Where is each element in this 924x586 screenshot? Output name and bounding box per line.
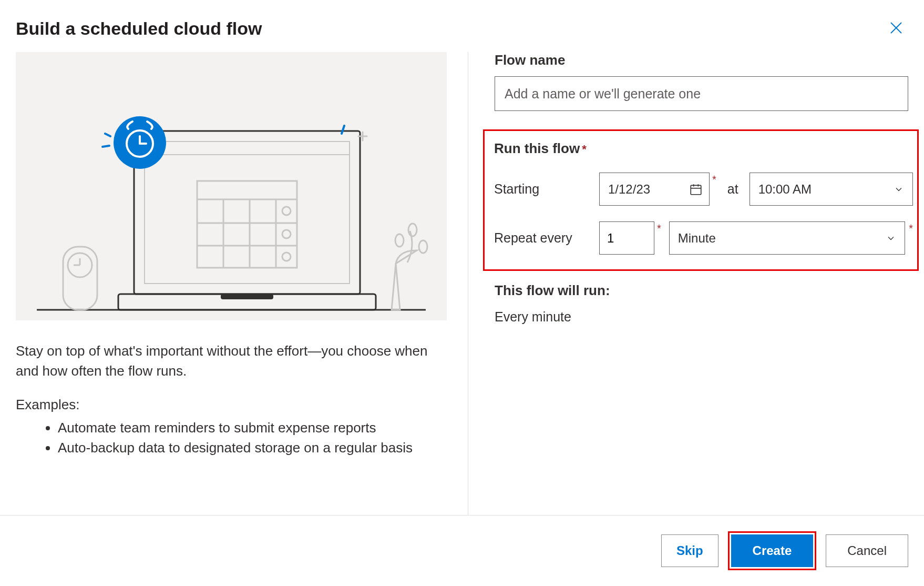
flow-name-label: Flow name xyxy=(495,52,908,68)
svg-point-15 xyxy=(282,207,291,215)
vertical-divider xyxy=(468,52,468,515)
dialog-footer: Skip Create Cancel xyxy=(0,515,924,586)
dialog-header: Build a scheduled cloud flow xyxy=(0,0,924,52)
run-this-flow-section: Run this flow* Starting 1/12/23 * xyxy=(483,129,919,271)
svg-rect-24 xyxy=(63,247,97,310)
svg-point-28 xyxy=(408,224,417,236)
svg-point-16 xyxy=(282,230,291,238)
svg-rect-34 xyxy=(691,185,701,194)
scheduled-flow-dialog: Build a scheduled cloud flow xyxy=(0,0,924,586)
chevron-down-icon xyxy=(894,184,904,195)
examples-label: Examples: xyxy=(16,397,447,413)
starting-label: Starting xyxy=(494,181,591,197)
create-highlight: Create xyxy=(728,531,817,570)
dialog-title: Build a scheduled cloud flow xyxy=(16,18,262,39)
svg-point-17 xyxy=(282,252,291,261)
illustration xyxy=(16,52,447,320)
svg-rect-6 xyxy=(145,142,350,284)
right-pane: Flow name Run this flow* Starting 1/12/2… xyxy=(474,52,908,515)
svg-point-29 xyxy=(419,240,427,253)
repeat-row: Repeat every * Minute * xyxy=(494,221,913,255)
close-icon xyxy=(888,20,904,36)
example-item: Auto-backup data to designated storage o… xyxy=(58,438,447,458)
create-button[interactable]: Create xyxy=(731,534,814,567)
skip-button[interactable]: Skip xyxy=(661,534,718,567)
run-flow-label-text: Run this flow xyxy=(494,140,580,156)
dialog-content: Stay on top of what's important without … xyxy=(0,52,924,515)
required-asterisk: * xyxy=(909,223,913,235)
repeat-unit-select[interactable]: Minute xyxy=(669,221,905,255)
summary-label: This flow will run: xyxy=(495,282,908,299)
svg-rect-5 xyxy=(134,131,360,294)
svg-line-22 xyxy=(105,134,110,136)
required-asterisk: * xyxy=(657,223,661,235)
required-asterisk: * xyxy=(712,174,716,186)
run-flow-label: Run this flow* xyxy=(494,140,913,157)
start-time-select[interactable]: 10:00 AM xyxy=(750,173,913,206)
start-date-input[interactable]: 1/12/23 xyxy=(599,173,710,206)
required-asterisk: * xyxy=(582,143,587,156)
left-pane: Stay on top of what's important without … xyxy=(16,52,463,515)
repeat-unit-value: Minute xyxy=(678,231,716,246)
at-label: at xyxy=(727,181,738,197)
calendar-icon xyxy=(689,183,703,196)
summary-text: Every minute xyxy=(495,309,908,325)
repeat-interval-input[interactable] xyxy=(599,221,654,255)
description-text: Stay on top of what's important without … xyxy=(16,341,447,381)
examples-list: Automate team reminders to submit expens… xyxy=(16,418,447,458)
start-time-value: 10:00 AM xyxy=(758,182,812,197)
chevron-down-icon xyxy=(886,233,896,244)
svg-point-30 xyxy=(395,234,404,247)
flow-name-input[interactable] xyxy=(495,76,908,111)
svg-line-31 xyxy=(342,126,344,134)
svg-line-23 xyxy=(102,146,109,147)
cancel-button[interactable]: Cancel xyxy=(826,534,908,567)
close-button[interactable] xyxy=(884,16,908,42)
example-item: Automate team reminders to submit expens… xyxy=(58,418,447,438)
starting-row: Starting 1/12/23 * at 10:00 AM xyxy=(494,173,913,206)
repeat-label: Repeat every xyxy=(494,230,591,246)
start-date-value: 1/12/23 xyxy=(608,182,650,197)
